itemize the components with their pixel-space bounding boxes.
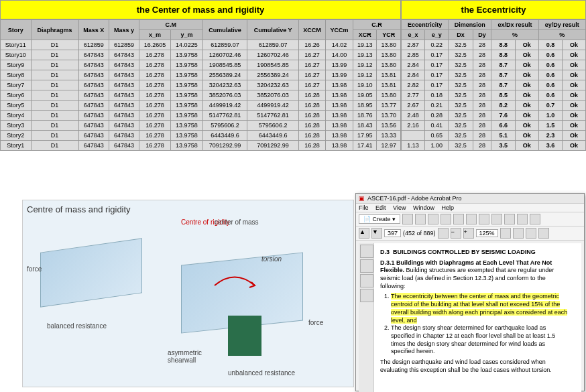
table-row: Story10D164784364784316.27813.9758126070… xyxy=(1,50,401,60)
pdf-p2: The design earthquake and wind load case… xyxy=(380,358,571,374)
attachments-icon[interactable] xyxy=(360,274,373,287)
th-pct2: % xyxy=(538,30,585,40)
th-massx: Mass X xyxy=(78,20,109,40)
balanced-label: balanced resistance xyxy=(47,322,107,330)
diagram-image: Centre of mass and rigidity Centre of ri… xyxy=(22,200,354,387)
table-row: Story4D164784364784316.27813.97585147762… xyxy=(1,111,401,121)
th-dy: Dy xyxy=(473,30,491,40)
table-row: Story1D164784364784316.27813.97587091292… xyxy=(1,141,401,151)
table-row: Story5D164784364784316.27813.97584499919… xyxy=(1,101,401,111)
table-row: 0.6532.5285.1Ok2.3Ok xyxy=(402,131,586,141)
create-button[interactable]: 📄 Create ▾ xyxy=(359,214,400,224)
th-ey: e_y xyxy=(425,30,449,40)
zoom-input[interactable]: 125% xyxy=(476,229,498,237)
zoom-out-icon[interactable]: − xyxy=(451,228,461,239)
th-xcr: XCR xyxy=(353,30,377,40)
left-title: the Center of mass and rigidity xyxy=(0,0,401,19)
table-row: 2.480.2832.5287.6Ok1.0Ok xyxy=(402,111,586,121)
tool-icon[interactable] xyxy=(491,214,502,224)
table-row: 2.160.4132.5286.6Ok1.5Ok xyxy=(402,121,586,131)
open-icon[interactable] xyxy=(402,214,413,224)
table-row: 2.770.1832.5288.5Ok0.6Ok xyxy=(402,90,586,101)
th-cumy: Cumulative Y xyxy=(247,20,299,40)
table-row: Story9D164784364784316.27813.97581908545… xyxy=(1,60,401,70)
th-dx: Dx xyxy=(449,30,473,40)
pdf-h1-num: D.3 xyxy=(380,249,390,255)
table-row: Story7D164784364784316.27813.97583204232… xyxy=(1,80,401,90)
table-row: 2.870.2232.5288.8Ok0.8Ok xyxy=(402,40,586,50)
menu-view[interactable]: View xyxy=(393,204,406,211)
tool-icon[interactable] xyxy=(466,214,477,224)
th-ecc: Eccentricity xyxy=(402,20,449,30)
th-cm: C.M xyxy=(139,20,202,30)
table-row: Story2D164784364784316.27813.97586443449… xyxy=(1,131,401,141)
acrobat-sidebar[interactable] xyxy=(359,243,374,392)
th-xm: x_m xyxy=(139,30,170,40)
mail-icon[interactable] xyxy=(441,214,451,224)
table-row: Story6D164784364784316.27813.97583852076… xyxy=(1,90,401,101)
page-up-icon[interactable]: ▲ xyxy=(359,228,369,239)
unbal-label: unbalanced resistance xyxy=(228,369,295,377)
pdf-icon: ▣ xyxy=(359,195,365,202)
menu-bar[interactable]: File Edit View Window Help xyxy=(356,204,584,212)
th-ym: y_m xyxy=(171,30,202,40)
zoom-in-icon[interactable]: + xyxy=(463,228,474,239)
table-row: Story8D164784364784316.27813.97582556389… xyxy=(1,70,401,80)
table-row: 2.820.1732.5288.7Ok0.6Ok xyxy=(402,80,586,90)
tool-icon[interactable] xyxy=(530,214,540,224)
table-row: 2.670.2132.5288.2Ok0.7Ok xyxy=(402,101,586,111)
table-row: 2.850.1732.5288.8Ok0.6Ok xyxy=(402,50,586,60)
left-table: Story Diaphragms Mass X Mass y C.M Cumul… xyxy=(0,19,401,151)
th-diaph: Diaphragms xyxy=(31,20,78,40)
tool-icon[interactable] xyxy=(526,228,536,239)
acrobat-window[interactable]: ▣ ASCE7-16.pdf - Adobe Acrobat Pro File … xyxy=(355,193,585,391)
pdf-page[interactable]: D.3 BUILDINGS CONTROLLED BY SEISMIC LOAD… xyxy=(359,243,581,392)
table-row: Story3D164784364784316.27813.97585795606… xyxy=(1,121,401,131)
torsion-label: torsion xyxy=(261,255,282,263)
com-label: center of mass xyxy=(215,218,259,226)
asym-label: asymmetric shearwall xyxy=(168,349,202,364)
signatures-icon[interactable] xyxy=(360,289,373,302)
table-row: 2.840.1732.5288.7Ok0.6Ok xyxy=(402,70,586,80)
page-number-input[interactable]: 397 xyxy=(384,229,401,237)
pdf-p1: Building structures are exempted that ar… xyxy=(380,267,554,289)
table-row: Story11D161285961285916.260514.022561285… xyxy=(1,40,401,50)
pdf-li1: The eccentricity between the center of m… xyxy=(391,293,571,324)
tool-icon[interactable] xyxy=(538,228,549,239)
th-cr: C.R xyxy=(353,20,401,30)
page-total: (452 of 889) xyxy=(403,230,436,237)
th-xccm: XCCM xyxy=(298,20,325,40)
thumbnails-icon[interactable] xyxy=(360,245,373,258)
page-down-icon[interactable]: ▼ xyxy=(371,228,382,239)
th-cumx: Cumulative xyxy=(202,20,247,40)
force-label-1: force xyxy=(27,265,42,273)
bookmarks-icon[interactable] xyxy=(360,259,373,273)
menu-help[interactable]: Help xyxy=(441,204,454,211)
menu-edit[interactable]: Edit xyxy=(375,204,386,211)
th-ex: e_x xyxy=(402,30,425,40)
print-icon[interactable] xyxy=(428,214,438,224)
th-ycr: YCR xyxy=(377,30,401,40)
th-dim: Dimension xyxy=(449,20,491,30)
tool-icon[interactable] xyxy=(517,214,528,224)
save-icon[interactable] xyxy=(415,214,426,224)
pdf-h1: BUILDINGS CONTROLLED BY SEISMIC LOADING xyxy=(393,249,536,255)
th-res1: ex/Dx result xyxy=(491,20,538,30)
force-label-2: force xyxy=(308,319,323,326)
hand-icon[interactable] xyxy=(438,228,449,239)
th-yccm: YCCm xyxy=(326,20,353,40)
diagram-title: Centre of mass and rigidity xyxy=(27,204,349,214)
th-story: Story xyxy=(1,20,32,40)
tool-icon[interactable] xyxy=(513,228,524,239)
th-res2: ey/Dy result xyxy=(538,20,585,30)
th-massy: Mass y xyxy=(109,20,139,40)
right-table: Eccentricity Dimension ex/Dx result ey/D… xyxy=(401,19,586,151)
torsion-arrow-icon xyxy=(208,265,261,306)
tool-icon[interactable] xyxy=(479,214,489,224)
menu-window[interactable]: Window xyxy=(413,204,434,211)
tool-icon[interactable] xyxy=(453,214,464,224)
tool-icon[interactable] xyxy=(500,228,511,239)
tool-icon[interactable] xyxy=(504,214,515,224)
table-row: 1.131.0032.5283.5Ok3.6Ok xyxy=(402,141,586,151)
menu-file[interactable]: File xyxy=(359,204,369,211)
